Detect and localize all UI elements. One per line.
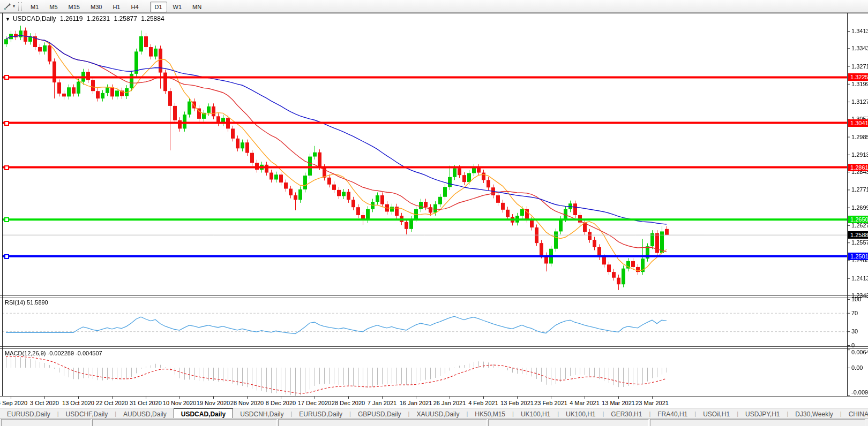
price-chart-canvas[interactable]: [0, 0, 868, 426]
price-tick-label: 1.33430: [851, 45, 868, 51]
date-tick-mark: [551, 397, 551, 399]
date-tick-label: 19 Nov 2020: [197, 400, 230, 406]
hline-drag-handle[interactable]: [4, 217, 9, 222]
tab-usdjpy-h1[interactable]: USDJPY,H1: [738, 408, 787, 419]
timeframe-button-m15[interactable]: M15: [64, 2, 85, 12]
date-tick-mark: [450, 397, 450, 399]
date-tick-mark: [112, 397, 113, 399]
tab-gbpusd-daily[interactable]: GBPUSD,Daily: [351, 408, 408, 419]
tab-xauusd-daily[interactable]: XAUUSD,Daily: [409, 408, 466, 419]
timeframe-button-mn[interactable]: MN: [188, 2, 206, 12]
price-line-badge: 1.25019: [848, 253, 868, 260]
date-tick-mark: [146, 397, 146, 399]
quote-close: 1.25884: [141, 15, 164, 22]
date-tick-mark: [585, 397, 585, 399]
price-line-badge: 1.28616: [848, 164, 868, 171]
date-tick-label: 4 Feb 2021: [468, 400, 498, 406]
quote-open: 1.26119: [60, 15, 83, 22]
date-tick-label: 13 Mar 2021: [602, 400, 635, 406]
status-segment: [650, 419, 865, 426]
status-segment: [278, 419, 487, 426]
date-tick-mark: [78, 397, 79, 399]
rsi-tick-label: 70: [851, 310, 868, 316]
tab-usdchf-daily[interactable]: USDCHF,Daily: [59, 408, 115, 419]
tool-dropdown-caret[interactable]: ▾: [13, 4, 15, 9]
timeframe-button-m5[interactable]: M5: [44, 2, 62, 12]
price-tick-label: 1.26990: [851, 204, 868, 211]
timeframe-button-w1[interactable]: W1: [168, 2, 187, 12]
price-tick-label: 1.29130: [851, 151, 868, 158]
price-line-badge: 1.30415: [848, 119, 868, 127]
status-segment: [92, 419, 277, 426]
macd-tick-label: 0.006444: [851, 349, 868, 355]
timeframe-button-m1[interactable]: M1: [26, 2, 43, 12]
hline-drag-handle[interactable]: [4, 121, 9, 126]
draw-cursor-icon[interactable]: [2, 2, 13, 11]
date-tick-mark: [44, 397, 45, 399]
symbol-name: USDCAD,Daily: [13, 15, 56, 22]
tab-ger30-h1[interactable]: GER30,H1: [604, 408, 649, 419]
price-tick-label: 1.32710: [851, 63, 868, 70]
current-price-badge: 1.25884: [848, 231, 868, 239]
toolbar-grip[interactable]: [18, 2, 22, 11]
date-tick-mark: [416, 397, 416, 399]
price-tick-label: 1.25570: [851, 239, 868, 246]
rsi-tick-label: 30: [851, 328, 868, 334]
price-tick-label: 1.31990: [851, 81, 868, 87]
timeframe-toolbar: ▾ M1M5M15M30H1H4D1W1MN: [0, 0, 868, 13]
date-tick-label: 13 Feb 2021: [500, 400, 534, 406]
tab-usdcnh-daily[interactable]: USDCNH,Daily: [233, 408, 290, 419]
price-tick-label: 1.27710: [851, 186, 868, 193]
tab-audusd-daily[interactable]: AUDUSD,Daily: [116, 408, 174, 419]
tab-hk50-m15[interactable]: HK50,M15: [468, 408, 512, 419]
panel-splitter-macd[interactable]: [0, 346, 868, 348]
price-tick-label: 1.24130: [851, 275, 868, 282]
tab-usdcad-daily[interactable]: USDCAD,Daily: [174, 408, 233, 419]
macd-tick-label: -0.00987: [851, 389, 868, 395]
tab-usoil-h1[interactable]: USOil,H1: [696, 408, 737, 419]
rsi-value: 51.5890: [27, 299, 48, 306]
tab-uk100-h1[interactable]: UK100,H1: [514, 408, 557, 419]
date-tick-label: 8 Dec 2020: [266, 400, 296, 406]
date-tick-mark: [618, 397, 619, 399]
date-tick-mark: [348, 397, 349, 399]
date-tick-mark: [483, 397, 484, 399]
tab-uk100-h1[interactable]: UK100,H1: [559, 408, 602, 419]
timeframe-buttons: M1M5M15M30H1H4D1W1MN: [25, 2, 212, 11]
date-tick-mark: [517, 397, 518, 399]
tab-eurusd-daily[interactable]: EURUSD,Daily: [292, 408, 349, 419]
date-tick-label: 28 Dec 2020: [332, 400, 365, 406]
timeframe-button-m30[interactable]: M30: [86, 2, 107, 12]
date-tick-mark: [382, 397, 383, 399]
timeframe-button-h4[interactable]: H4: [126, 2, 143, 12]
timeframe-button-d1[interactable]: D1: [150, 2, 167, 12]
date-tick-label: 22 Oct 2020: [96, 400, 128, 406]
hline-drag-handle[interactable]: [4, 254, 9, 259]
date-tick-mark: [179, 397, 180, 399]
price-line-badge: 1.26503: [848, 216, 868, 223]
mt4-window: ▾ M1M5M15M30H1H4D1W1MN ▼USDCAD,Daily 1.2…: [0, 0, 868, 426]
price-tick-label: 1.34130: [851, 28, 868, 34]
timeframe-button-h1[interactable]: H1: [108, 2, 125, 12]
tab-eurusd-daily[interactable]: EURUSD,Daily: [0, 408, 57, 419]
tab-fra40-h1[interactable]: FRA40,H1: [650, 408, 694, 419]
tab-china300-h1[interactable]: CHINA300,H1: [842, 408, 868, 419]
panel-splitter-rsi[interactable]: [0, 295, 868, 298]
hline-drag-handle[interactable]: [4, 165, 9, 170]
date-tick-mark: [247, 397, 248, 399]
quote-low: 1.25877: [114, 15, 137, 22]
date-tick-mark: [213, 397, 214, 399]
date-tick-label: 24 Sep 2020: [0, 400, 27, 406]
collapse-triangle-icon[interactable]: ▼: [5, 17, 10, 22]
hline-drag-handle[interactable]: [4, 75, 9, 80]
price-tick-label: 1.31270: [851, 98, 868, 105]
date-tick-mark: [315, 397, 315, 399]
tab-dj30-weekly[interactable]: DJ30,Weekly: [788, 408, 840, 419]
date-tick-label: 4 Mar 2021: [570, 400, 600, 406]
rsi-indicator-label: RSI(14) 51.5890: [5, 299, 48, 306]
quote-high: 1.26231: [87, 15, 110, 22]
macd-signal-value: -0.004507: [76, 350, 102, 356]
date-tick-mark: [281, 397, 281, 399]
date-tick-label: 23 Mar 2021: [635, 400, 669, 406]
price-tick-label: 1.29850: [851, 134, 868, 140]
